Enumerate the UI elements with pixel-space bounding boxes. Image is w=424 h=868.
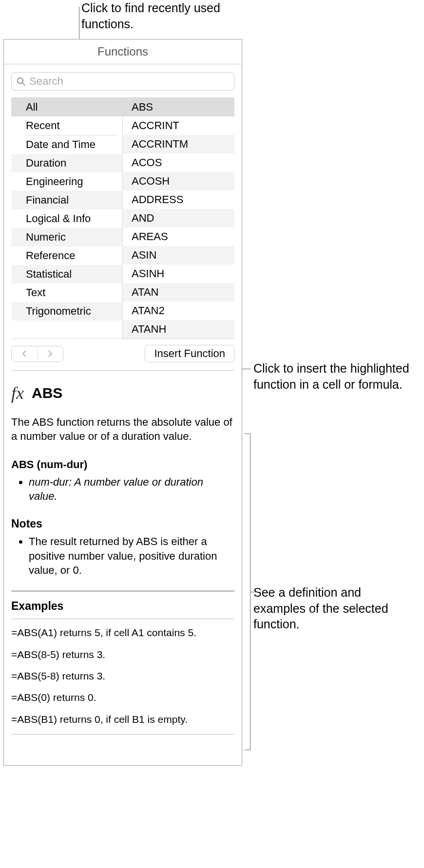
examples-title: Examples — [11, 599, 234, 614]
function-list[interactable]: ABS ACCRINT ACCRINTM ACOS ACOSH ADDRESS … — [123, 98, 234, 339]
example-item: =ABS(5-8) returns 3. — [11, 669, 234, 683]
button-row: Insert Function — [4, 339, 242, 370]
example-item: =ABS(B1) returns 0, if cell B1 is empty. — [11, 713, 234, 726]
function-item[interactable]: AND — [123, 209, 234, 227]
divider-thin — [11, 734, 234, 735]
function-detail: fx ABS The ABS function returns the abso… — [4, 371, 242, 746]
nav-back-button[interactable] — [12, 346, 37, 361]
category-item[interactable]: Statistical — [11, 265, 122, 283]
category-all[interactable]: All — [11, 98, 122, 116]
category-item[interactable]: Text — [11, 283, 122, 302]
function-item[interactable]: ACOS — [123, 153, 234, 172]
function-description: The ABS function returns the absolute va… — [11, 415, 234, 444]
chevron-right-icon — [47, 350, 53, 358]
chevron-left-icon — [21, 350, 27, 358]
category-item[interactable]: Date and Time — [11, 135, 122, 154]
category-list[interactable]: All Recent Date and Time Duration Engine… — [11, 98, 123, 339]
argument-list: num-dur: A number value or duration valu… — [11, 475, 234, 504]
function-item[interactable]: ASIN — [123, 246, 234, 264]
function-item[interactable]: ACCRINT — [123, 116, 234, 135]
function-name: ABS — [32, 383, 62, 403]
function-item[interactable]: ADDRESS — [123, 190, 234, 209]
function-syntax: ABS (num-dur) — [11, 457, 234, 472]
category-recent[interactable]: Recent — [11, 116, 122, 135]
callout-insert: Click to insert the highlighted function… — [253, 360, 409, 392]
function-item[interactable]: ABS — [123, 98, 234, 116]
function-item[interactable]: AREAS — [123, 227, 234, 246]
svg-point-0 — [18, 77, 23, 83]
callout-definition: See a definition and examples of the sel… — [253, 585, 409, 632]
example-item: =ABS(A1) returns 5, if cell A1 contains … — [11, 626, 234, 640]
notes-title: Notes — [11, 516, 234, 531]
function-item[interactable]: ACCRINTM — [123, 135, 234, 153]
nav-buttons — [11, 346, 63, 362]
search-icon — [17, 77, 26, 86]
example-item: =ABS(0) returns 0. — [11, 691, 234, 704]
search-field[interactable] — [11, 72, 234, 91]
callout-bracket — [245, 434, 251, 750]
search-wrap — [4, 64, 242, 97]
function-item[interactable]: ATAN — [123, 283, 234, 302]
category-item[interactable]: Logical & Info — [11, 209, 122, 228]
svg-line-1 — [22, 83, 25, 85]
function-item[interactable]: ATANH — [123, 320, 234, 339]
note-item: The result returned by ABS is either a p… — [29, 534, 234, 578]
callout-recent: Click to find recently used functions. — [81, 0, 237, 32]
category-item[interactable]: Engineering — [11, 172, 122, 191]
category-item[interactable]: Reference — [11, 246, 122, 265]
panel-title: Functions — [4, 39, 242, 64]
divider-thin — [11, 619, 234, 619]
argument-item: num-dur: A number value or duration valu… — [29, 475, 234, 504]
category-item[interactable]: Trigonometric — [11, 302, 122, 321]
function-item[interactable]: ASINH — [123, 264, 234, 283]
callout-bracket-tick — [251, 592, 261, 592]
function-item[interactable]: ACOSH — [123, 172, 234, 190]
notes-list: The result returned by ABS is either a p… — [11, 534, 234, 578]
divider-thick — [11, 590, 234, 592]
nav-forward-button[interactable] — [38, 346, 63, 361]
category-item[interactable]: Financial — [11, 191, 122, 209]
category-item[interactable]: Duration — [11, 154, 122, 172]
example-item: =ABS(8-5) returns 3. — [11, 648, 234, 661]
function-item[interactable]: ATAN2 — [123, 302, 234, 320]
search-input[interactable] — [29, 75, 229, 88]
insert-function-button[interactable]: Insert Function — [145, 345, 234, 362]
fx-icon: fx — [11, 381, 24, 405]
category-item[interactable]: Numeric — [11, 228, 122, 246]
functions-panel: Functions All Recent Date and Time Durat… — [3, 39, 242, 766]
function-header: fx ABS — [11, 381, 234, 405]
lists: All Recent Date and Time Duration Engine… — [11, 97, 234, 339]
